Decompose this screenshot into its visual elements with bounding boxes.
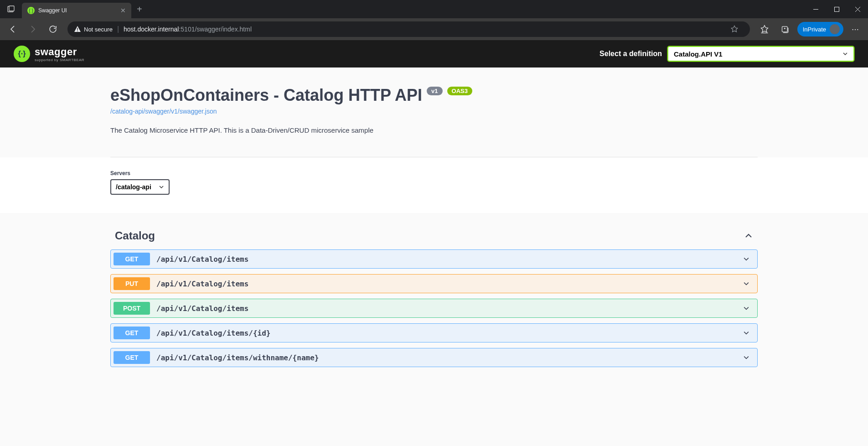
operation-path: /api/v1/Catalog/items bbox=[156, 255, 743, 264]
read-aloud-icon[interactable] bbox=[725, 20, 744, 38]
tab-title: Swagger UI bbox=[38, 7, 117, 14]
definition-select[interactable]: Catalog.API V1 bbox=[667, 46, 854, 62]
chevron-down-icon bbox=[743, 280, 750, 287]
swagger-logo[interactable]: {·} swagger supported by SMARTBEAR bbox=[14, 46, 84, 62]
operation-path: /api/v1/Catalog/items/{id} bbox=[156, 329, 743, 337]
chevron-down-icon bbox=[743, 354, 750, 361]
tag-name: Catalog bbox=[115, 229, 744, 242]
method-badge: GET bbox=[114, 327, 150, 339]
operation-block[interactable]: GET/api/v1/Catalog/items/withname/{name} bbox=[110, 348, 758, 367]
window-controls bbox=[805, 0, 868, 18]
swagger-logo-subtitle: supported by SMARTBEAR bbox=[35, 58, 84, 62]
warning-icon bbox=[74, 26, 81, 33]
operation-path: /api/v1/Catalog/items bbox=[156, 304, 743, 313]
maximize-button[interactable] bbox=[826, 0, 847, 18]
operation-path: /api/v1/Catalog/items/withname/{name} bbox=[156, 353, 743, 362]
method-badge: PUT bbox=[114, 277, 150, 290]
avatar-icon bbox=[830, 24, 840, 34]
operation-block[interactable]: GET/api/v1/Catalog/items/{id} bbox=[110, 323, 758, 342]
oas-badge: OAS3 bbox=[447, 87, 472, 95]
swagger-logo-text: swagger bbox=[35, 46, 84, 58]
more-menu-icon[interactable]: ⋯ bbox=[846, 20, 864, 38]
servers-label: Servers bbox=[110, 170, 758, 176]
favorites-icon[interactable] bbox=[755, 20, 774, 38]
chevron-up-icon bbox=[744, 231, 753, 240]
refresh-button[interactable] bbox=[44, 20, 62, 38]
tag-section: Catalog GET/api/v1/Catalog/itemsPUT/api/… bbox=[110, 213, 758, 367]
new-tab-button[interactable]: + bbox=[131, 4, 148, 15]
browser-nav-bar: Not secure | host.docker.internal:5101/s… bbox=[0, 18, 868, 40]
back-button[interactable] bbox=[4, 20, 22, 38]
operation-block[interactable]: GET/api/v1/Catalog/items bbox=[110, 249, 758, 269]
tag-header[interactable]: Catalog bbox=[110, 222, 758, 249]
version-badge: v1 bbox=[427, 87, 442, 95]
operation-block[interactable]: POST/api/v1/Catalog/items bbox=[110, 299, 758, 318]
inprivate-badge[interactable]: InPrivate bbox=[797, 22, 843, 36]
forward-button[interactable] bbox=[24, 20, 42, 38]
close-tab-icon[interactable]: ✕ bbox=[120, 7, 126, 14]
swagger-favicon-icon: { } bbox=[27, 7, 35, 14]
method-badge: GET bbox=[114, 351, 150, 364]
url-divider: | bbox=[117, 25, 119, 33]
tab-actions-button[interactable] bbox=[0, 0, 22, 18]
operations-list: GET/api/v1/Catalog/itemsPUT/api/v1/Catal… bbox=[110, 249, 758, 367]
chevron-down-icon bbox=[743, 255, 750, 263]
url-text: host.docker.internal:5101/swagger/index.… bbox=[124, 26, 252, 33]
address-bar[interactable]: Not secure | host.docker.internal:5101/s… bbox=[67, 21, 750, 37]
toolbar-right: InPrivate ⋯ bbox=[755, 20, 864, 38]
svg-rect-7 bbox=[77, 31, 78, 31]
security-badge[interactable]: Not secure bbox=[74, 26, 113, 33]
swagger-header: {·} swagger supported by SMARTBEAR Selec… bbox=[0, 40, 868, 67]
minimize-button[interactable] bbox=[805, 0, 826, 18]
close-window-button[interactable] bbox=[847, 0, 868, 18]
operation-block[interactable]: PUT/api/v1/Catalog/items bbox=[110, 274, 758, 293]
servers-section: Servers /catalog-api bbox=[110, 157, 758, 213]
api-info-section: eShopOnContainers - Catalog HTTP API v1 … bbox=[110, 67, 758, 157]
api-description: The Catalog Microservice HTTP API. This … bbox=[110, 126, 758, 134]
svg-rect-1 bbox=[9, 6, 14, 11]
method-badge: GET bbox=[114, 253, 150, 265]
browser-tab[interactable]: { } Swagger UI ✕ bbox=[22, 3, 131, 18]
api-title: eShopOnContainers - Catalog HTTP API bbox=[110, 86, 422, 105]
svg-rect-3 bbox=[834, 7, 839, 11]
definition-section: Select a definition Catalog.API V1 bbox=[599, 46, 854, 62]
security-text: Not secure bbox=[84, 26, 113, 33]
definition-label: Select a definition bbox=[599, 50, 662, 58]
chevron-down-icon bbox=[743, 305, 750, 312]
svg-rect-6 bbox=[77, 28, 78, 30]
collections-icon[interactable] bbox=[776, 20, 795, 38]
method-badge: POST bbox=[114, 302, 150, 315]
spec-link[interactable]: /catalog-api/swagger/v1/swagger.json bbox=[110, 108, 217, 115]
servers-select[interactable]: /catalog-api bbox=[110, 179, 170, 195]
browser-tab-bar: { } Swagger UI ✕ + bbox=[0, 0, 868, 18]
operation-path: /api/v1/Catalog/items bbox=[156, 280, 743, 288]
chevron-down-icon bbox=[743, 329, 750, 337]
swagger-logo-icon: {·} bbox=[14, 46, 30, 62]
